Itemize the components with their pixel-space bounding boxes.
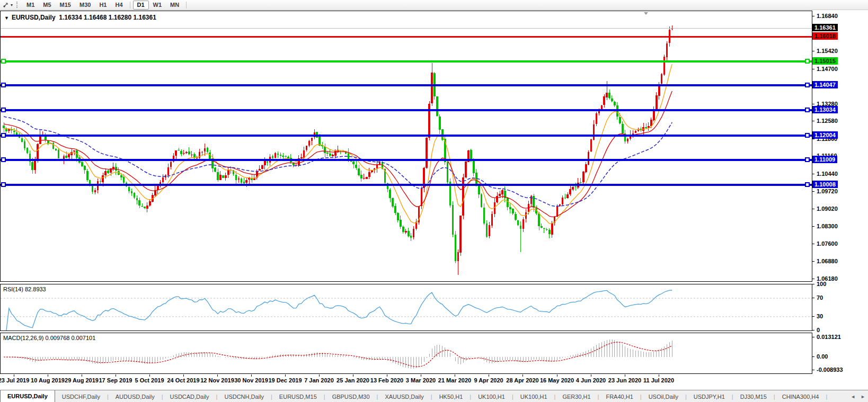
tab-china300-h4[interactable]: CHINA300,H4 <box>775 390 826 402</box>
tab-dj30-m15[interactable]: DJ30,M15 <box>733 390 774 402</box>
line-handle <box>2 183 5 186</box>
timeframe-button-m15[interactable]: M15 <box>56 1 75 10</box>
right-shift-marker <box>644 12 648 15</box>
price-axis-label: 1.09720 <box>817 188 838 194</box>
price-tick <box>812 69 814 69</box>
ma-line-45 <box>4 117 672 206</box>
tab-fra40-h1[interactable]: FRA40,H1 <box>599 390 640 402</box>
date-axis-label: 24 Oct 2019 <box>167 377 199 383</box>
dropdown-caret-icon[interactable]: ▾ <box>11 3 13 7</box>
price-badge: 1.16361 <box>812 24 838 31</box>
timeframe-button-m30[interactable]: M30 <box>75 1 95 10</box>
tab-uk100-h1[interactable]: UK100,H1 <box>471 390 512 402</box>
chart-tabs-bar: EURUSD,DailyUSDCHF,Daily|AUDUSD,Daily|US… <box>0 390 868 402</box>
date-axis-label: 11 Jul 2020 <box>643 377 674 383</box>
price-chart-canvas[interactable] <box>1 11 812 281</box>
tab-spacer <box>827 390 848 402</box>
date-tick <box>353 374 353 377</box>
date-tick <box>149 374 150 377</box>
line-handle <box>2 158 5 162</box>
date-axis-label: 19 Dec 2019 <box>269 377 302 383</box>
tab-eurusd-daily[interactable]: EURUSD,Daily <box>0 390 55 402</box>
tab-scroll-left-icon[interactable]: ◄ <box>848 390 858 402</box>
tab-usoil-daily[interactable]: USOil,Daily <box>642 390 685 402</box>
tab-uk100-h1[interactable]: UK100,H1 <box>513 390 554 402</box>
toolbar: ▾ M1M5M15M30H1H4D1W1MN <box>0 0 868 10</box>
timeframe-button-m1[interactable]: M1 <box>22 1 39 10</box>
macd-axis-tick <box>812 337 814 337</box>
macd-axis-label: -0.008933 <box>817 367 843 373</box>
line-handle <box>805 183 809 186</box>
date-axis-label: 7 Jan 2020 <box>304 377 334 383</box>
date-axis-label: 4 Jun 2020 <box>576 377 606 383</box>
timeframe-button-m5[interactable]: M5 <box>39 1 55 10</box>
price-tick <box>812 139 814 139</box>
tab-scroll-right-icon[interactable]: ► <box>858 390 868 402</box>
date-axis-label: 23 Jun 2020 <box>608 377 641 383</box>
date-tick <box>183 374 184 377</box>
date-axis-label: 21 Mar 2020 <box>438 377 471 383</box>
price-tick <box>812 16 814 16</box>
price-axis-label: 1.09020 <box>817 206 838 212</box>
tab-audusd-daily[interactable]: AUDUSD,Daily <box>109 390 162 402</box>
rsi-axis-label: 0 <box>817 327 820 333</box>
toolbar-separator <box>130 2 130 8</box>
tab-hk50-h1[interactable]: HK50,H1 <box>432 390 470 402</box>
date-tick <box>625 374 625 377</box>
price-badge: 1.13034 <box>812 106 838 113</box>
tab-gbpusd-m30[interactable]: GBPUSD,M30 <box>325 390 377 402</box>
rsi-axis-label: 100 <box>817 281 826 287</box>
date-tick <box>116 374 116 377</box>
tab-usdcnh-daily[interactable]: USDCNH,Daily <box>217 390 271 402</box>
date-axis-label: 16 May 2020 <box>540 377 574 383</box>
tab-ger30-h1[interactable]: GER30,H1 <box>555 390 597 402</box>
price-tick <box>812 51 814 51</box>
rsi-panel: RSI(14) 82.8933 <box>0 284 812 331</box>
tab-usdjpy-h1[interactable]: USDJPY,H1 <box>687 390 732 402</box>
date-axis-label: 9 Apr 2020 <box>474 377 503 383</box>
timeframe-button-h1[interactable]: H1 <box>95 1 111 10</box>
price-badge: 1.15015 <box>812 57 838 65</box>
date-tick <box>557 374 557 377</box>
macd-axis-tick <box>812 356 814 357</box>
timeframe-button-d1[interactable]: D1 <box>133 1 149 10</box>
tab-eurusd-m15[interactable]: EURUSD,M15 <box>272 390 324 402</box>
price-tick <box>812 244 814 244</box>
date-axis-label: 28 Apr 2020 <box>506 377 538 383</box>
date-tick <box>319 374 320 377</box>
price-tick <box>812 104 814 104</box>
date-tick <box>82 374 82 377</box>
toolbar-grip <box>16 2 19 8</box>
price-tick <box>812 121 814 121</box>
price-axis-label: 1.14700 <box>817 66 838 72</box>
price-axis-label: 1.16840 <box>817 13 838 19</box>
price-axis-label: 1.07600 <box>817 240 838 247</box>
timeframe-button-mn[interactable]: MN <box>166 1 183 10</box>
timeframe-button-w1[interactable]: W1 <box>149 1 166 10</box>
macd-axis-tick <box>812 370 814 370</box>
ma-line-9 <box>4 64 672 224</box>
price-axis-label: 1.06880 <box>817 258 838 264</box>
tab-usdcad-daily[interactable]: USDCAD,Daily <box>163 390 216 402</box>
date-tick <box>659 374 659 377</box>
price-tick <box>812 226 814 227</box>
price-tick <box>812 261 814 262</box>
price-tick <box>812 279 814 279</box>
pointer-tool-button[interactable]: ▾ <box>0 1 14 8</box>
tab-xauusd-daily[interactable]: XAUUSD,Daily <box>378 390 430 402</box>
rsi-axis-label: 30 <box>817 313 823 319</box>
date-tick <box>14 374 14 377</box>
date-axis-label: 5 Oct 2019 <box>135 377 164 383</box>
line-handle <box>805 133 809 137</box>
tab-usdchf-daily[interactable]: USDCHF,Daily <box>55 390 107 402</box>
date-tick <box>591 374 591 377</box>
timeframe-button-h4[interactable]: H4 <box>111 1 127 10</box>
macd-axis-label: 0.00 <box>817 353 828 360</box>
date-axis-label: 13 Feb 2020 <box>370 377 403 383</box>
line-handle <box>805 108 809 112</box>
price-badge: 1.10008 <box>812 181 838 188</box>
macd-canvas[interactable] <box>1 333 812 373</box>
date-tick <box>421 374 421 377</box>
candles-layer <box>3 25 673 274</box>
rsi-canvas[interactable] <box>1 284 812 330</box>
